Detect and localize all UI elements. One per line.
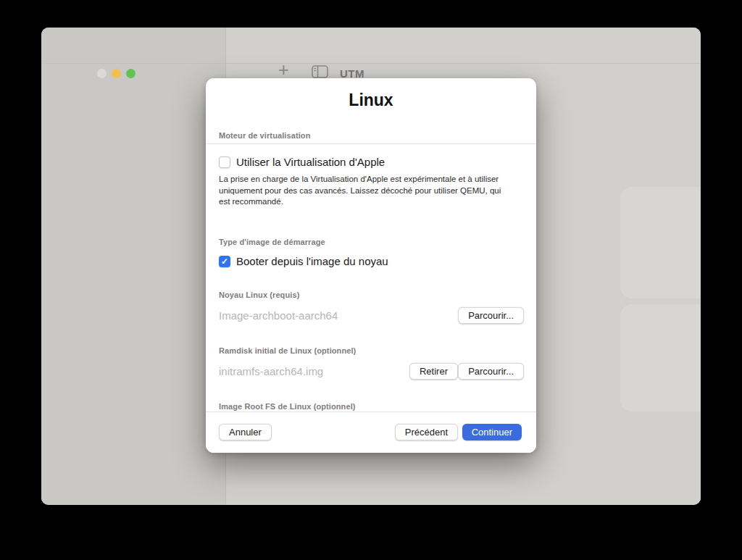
zoom-button[interactable]: [126, 69, 136, 78]
minimize-button[interactable]: [112, 69, 121, 78]
kernel-boot-label: Booter depuis l'image du noyau: [236, 255, 388, 267]
vm-sidebar: [41, 28, 226, 505]
gallery-card[interactable]: [620, 187, 701, 298]
ramdisk-browse-button[interactable]: Parcourir...: [458, 363, 524, 380]
previous-button[interactable]: Précédent: [395, 424, 458, 440]
ramdisk-field-label: Ramdisk initial de Linux (optionnel): [219, 346, 356, 355]
boot-type-section-label: Type d'image de démarrage: [219, 238, 325, 246]
apple-virtualization-row[interactable]: Utiliser la Virtualisation d'Apple: [219, 156, 385, 168]
dialog-title: Linux: [206, 91, 536, 110]
window-toolbar: [41, 28, 701, 64]
kernel-boot-row[interactable]: ✓ Booter depuis l'image du noyau: [219, 255, 388, 267]
kernel-field-value[interactable]: Image-archboot-aarch64: [219, 309, 338, 322]
apple-virtualization-label: Utiliser la Virtualisation d'Apple: [236, 156, 385, 168]
kernel-browse-button[interactable]: Parcourir...: [458, 307, 524, 324]
cancel-button[interactable]: Annuler: [219, 424, 272, 440]
engine-section-label: Moteur de virtualisation: [219, 131, 310, 140]
continue-button[interactable]: Continuer: [462, 424, 522, 440]
apple-virtualization-description: La prise en charge de la Virtualisation …: [219, 174, 513, 208]
dialog-footer: Annuler Précédent Continuer: [206, 411, 536, 453]
close-button[interactable]: [97, 69, 107, 78]
existing-vm-card[interactable]: [620, 304, 701, 411]
rootfs-field-label: Image Root FS de Linux (optionnel): [219, 402, 356, 411]
apple-virtualization-checkbox[interactable]: [219, 156, 230, 168]
utm-window: la d'UTM + UTM Linux Moteur de virtualis…: [41, 28, 701, 505]
traffic-lights: [97, 69, 136, 78]
section-divider: [206, 143, 536, 144]
kernel-field-label: Noyau Linux (requis): [219, 291, 299, 299]
ramdisk-field-value[interactable]: initramfs-aarch64.img: [219, 365, 323, 377]
ramdisk-remove-button[interactable]: Retirer: [409, 363, 458, 380]
kernel-boot-checkbox[interactable]: ✓: [219, 256, 230, 267]
linux-wizard-sheet: Linux Moteur de virtualisation Utiliser …: [206, 78, 536, 453]
new-vm-button[interactable]: +: [278, 61, 289, 79]
